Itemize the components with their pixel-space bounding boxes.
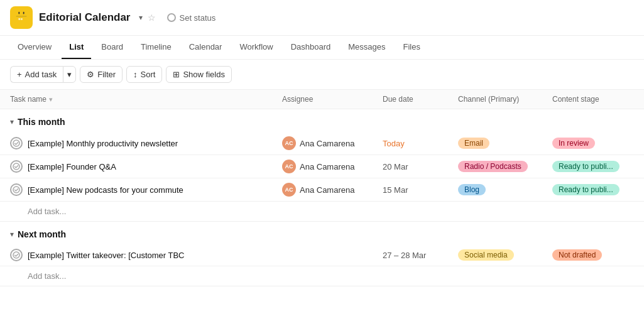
section-title: Next month <box>18 229 66 239</box>
table-row[interactable]: [Example] Monthly productivity newslette… <box>0 132 644 155</box>
nav-tabs: OverviewListBoardTimelineCalendarWorkflo… <box>0 36 644 60</box>
task-name: [Example] Monthly productivity newslette… <box>28 139 282 148</box>
table-body: ▾ This month [Example] Monthly productiv… <box>0 109 644 286</box>
plus-icon: + <box>17 70 22 79</box>
task-check[interactable] <box>10 249 23 261</box>
avatar: AC <box>282 183 296 197</box>
assignee-cell: ACAna Camarena <box>282 183 383 197</box>
section-toggle-icon[interactable]: ▾ <box>10 230 14 239</box>
section-title: This month <box>18 117 65 127</box>
content-stage-badge: Ready to publi... <box>552 161 619 172</box>
channel-cell: Blog <box>458 184 552 195</box>
add-task-dropdown-button[interactable]: ▾ <box>63 66 76 83</box>
avatar: AC <box>282 136 296 150</box>
content-stage-cell: Ready to publi... <box>552 161 634 172</box>
app-title: Editorial Calendar <box>39 11 130 24</box>
channel-cell: Radio / Podcasts <box>458 161 552 172</box>
task-check[interactable] <box>10 183 23 196</box>
svg-rect-5 <box>18 18 20 20</box>
nav-tab-board[interactable]: Board <box>94 36 131 59</box>
col-header-content-stage: Content stage <box>552 95 634 104</box>
due-date-cell: Today <box>383 139 458 148</box>
due-date-cell: 15 Mar <box>383 185 458 195</box>
due-date-cell: 20 Mar <box>383 162 458 171</box>
add-task-inline[interactable]: Add task... <box>0 202 644 221</box>
add-task-inline[interactable]: Add task... <box>0 266 644 286</box>
chevron-down-icon[interactable]: ▾ <box>139 13 143 22</box>
nav-tab-workflow[interactable]: Workflow <box>232 36 280 59</box>
task-check[interactable] <box>10 137 23 149</box>
col-header-assignee: Assignee <box>282 95 383 104</box>
svg-point-10 <box>13 252 19 258</box>
svg-rect-2 <box>18 12 19 14</box>
section-header-this-month: ▾ This month <box>0 109 644 132</box>
channel-badge: Radio / Podcasts <box>458 161 528 172</box>
add-task-button-group: + Add task ▾ <box>10 66 76 83</box>
col-header-channel: Channel (Primary) <box>458 95 552 104</box>
task-name: [Example] Twitter takeover: [Customer TB… <box>28 251 282 260</box>
svg-point-7 <box>13 140 19 146</box>
app-icon <box>10 6 33 29</box>
filter-button[interactable]: ⚙ Filter <box>80 66 123 83</box>
assignee-cell: ACAna Camarena <box>282 136 383 150</box>
table-row[interactable]: [Example] New podcasts for your commute … <box>0 178 644 202</box>
col-header-task-name: Task name ▾ <box>10 95 282 104</box>
svg-point-9 <box>13 187 19 193</box>
table-row[interactable]: [Example] Founder Q&A ACAna Camarena 20 … <box>0 155 644 178</box>
nav-tab-timeline[interactable]: Timeline <box>133 36 179 59</box>
section-divider <box>0 286 644 286</box>
channel-badge: Blog <box>458 184 486 195</box>
set-status-button[interactable]: Set status <box>167 13 216 23</box>
channel-badge: Email <box>458 138 489 149</box>
task-name: [Example] New podcasts for your commute <box>28 185 282 195</box>
content-stage-cell: In review <box>552 138 634 149</box>
toolbar: + Add task ▾ ⚙ Filter ↕ Sort ⊞ Show fiel… <box>0 60 644 90</box>
col-sort-icon[interactable]: ▾ <box>49 95 53 104</box>
sort-button[interactable]: ↕ Sort <box>126 66 162 83</box>
content-stage-cell: Ready to publi... <box>552 184 634 195</box>
add-task-button[interactable]: + Add task <box>10 66 63 83</box>
assignee-name: Ana Camarena <box>300 139 354 148</box>
task-name: [Example] Founder Q&A <box>28 162 282 171</box>
section-toggle-icon[interactable]: ▾ <box>10 117 14 126</box>
content-stage-badge: Not drafted <box>552 249 602 261</box>
sort-icon: ↕ <box>133 70 138 79</box>
channel-cell: Social media <box>458 249 552 261</box>
assignee-name: Ana Camarena <box>300 162 354 171</box>
due-date-cell: 27 – 28 Mar <box>383 251 458 260</box>
nav-tab-files[interactable]: Files <box>396 36 428 59</box>
nav-tab-list[interactable]: List <box>62 36 91 59</box>
svg-rect-4 <box>16 16 27 16</box>
star-icon[interactable]: ☆ <box>148 13 156 23</box>
svg-point-8 <box>13 163 19 170</box>
section-header-next-month: ▾ Next month <box>0 222 644 244</box>
content-stage-cell: Not drafted <box>552 249 634 261</box>
avatar: AC <box>282 160 296 173</box>
content-stage-badge: Ready to publi... <box>552 184 619 195</box>
svg-rect-3 <box>23 12 25 14</box>
filter-icon: ⚙ <box>87 70 94 79</box>
nav-tab-calendar[interactable]: Calendar <box>182 36 230 59</box>
channel-cell: Email <box>458 138 552 149</box>
nav-tab-dashboard[interactable]: Dashboard <box>283 36 339 59</box>
app-header: Editorial Calendar ▾ ☆ Set status <box>0 0 644 36</box>
col-header-due-date: Due date <box>383 95 458 104</box>
channel-badge: Social media <box>458 249 514 261</box>
task-check[interactable] <box>10 160 23 173</box>
fields-icon: ⊞ <box>173 70 180 79</box>
svg-rect-0 <box>16 13 27 23</box>
assignee-cell: ACAna Camarena <box>282 160 383 173</box>
assignee-name: Ana Camarena <box>300 185 354 195</box>
nav-tab-overview[interactable]: Overview <box>10 36 59 59</box>
svg-rect-6 <box>21 18 23 20</box>
content-stage-badge: In review <box>552 138 595 149</box>
show-fields-button[interactable]: ⊞ Show fields <box>166 66 231 83</box>
table-header: Task name ▾ Assignee Due date Channel (P… <box>0 90 644 109</box>
nav-tab-messages[interactable]: Messages <box>341 36 393 59</box>
table-row[interactable]: [Example] Twitter takeover: [Customer TB… <box>0 244 644 266</box>
